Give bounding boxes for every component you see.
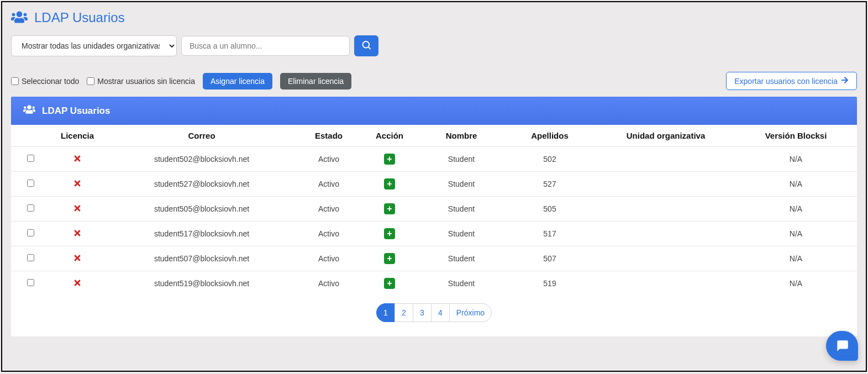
assign-license-button[interactable]: Asignar licencia <box>203 73 272 89</box>
th-unidad: Unidad organizativa <box>597 125 735 147</box>
estado-cell: Activo <box>298 172 359 197</box>
accion-cell: + <box>359 271 420 296</box>
estado-cell: Activo <box>298 197 359 222</box>
table-row: student527@blocksiovh.net Activo + Stude… <box>11 172 857 197</box>
remove-license-button[interactable]: Eliminar licencia <box>280 73 351 89</box>
add-action-button[interactable]: + <box>384 278 395 289</box>
add-action-button[interactable]: + <box>384 253 395 264</box>
apellidos-cell: 507 <box>503 246 597 271</box>
estado-cell: Activo <box>298 147 359 172</box>
email-cell: student527@blocksiovh.net <box>105 172 298 197</box>
email-cell: student519@blocksiovh.net <box>105 271 298 296</box>
page-item-3[interactable]: 3 <box>413 303 432 322</box>
users-icon <box>23 104 35 117</box>
page-item-2[interactable]: 2 <box>394 303 413 322</box>
chat-fab[interactable] <box>826 331 858 361</box>
show-unlicensed-checkbox[interactable] <box>87 77 94 85</box>
add-action-button[interactable]: + <box>384 203 395 214</box>
add-action-button[interactable]: + <box>384 154 395 165</box>
users-panel: LDAP Usuarios Licencia Correo Estado Acc… <box>11 97 857 336</box>
ou-cell <box>597 246 735 271</box>
row-check-cell <box>11 271 50 296</box>
apellidos-cell: 502 <box>503 147 597 172</box>
license-cell <box>50 172 105 197</box>
x-icon <box>73 254 82 264</box>
users-table: Licencia Correo Estado Acción Nombre Ape… <box>11 125 857 296</box>
th-correo: Correo <box>105 125 298 147</box>
version-cell: N/A <box>735 147 857 172</box>
th-estado: Estado <box>298 125 359 147</box>
search-input[interactable] <box>181 36 350 56</box>
search-button[interactable] <box>354 35 378 56</box>
export-label: Exportar usuarios con licencia <box>734 77 838 86</box>
chat-icon <box>835 338 849 354</box>
select-all-checkbox-wrap[interactable]: Seleccionar todo <box>11 77 79 86</box>
export-licensed-button[interactable]: Exportar usuarios con licencia <box>726 72 857 90</box>
page-item-1[interactable]: 1 <box>376 303 395 322</box>
accion-cell: + <box>359 222 420 246</box>
version-cell: N/A <box>735 172 857 197</box>
row-checkbox[interactable] <box>27 279 34 286</box>
version-cell: N/A <box>735 246 857 271</box>
th-version: Versión Blocksi <box>735 125 857 147</box>
apellidos-cell: 519 <box>503 271 597 296</box>
x-icon <box>73 204 82 214</box>
x-icon <box>73 278 82 289</box>
nombre-cell: Student <box>420 172 503 197</box>
page-item-4[interactable]: 4 <box>431 303 450 322</box>
apellidos-cell: 527 <box>503 172 597 197</box>
email-cell: student507@blocksiovh.net <box>105 246 298 271</box>
row-checkbox[interactable] <box>27 204 34 212</box>
select-all-checkbox[interactable] <box>11 77 19 85</box>
accion-cell: + <box>359 197 420 222</box>
accion-cell: + <box>359 246 420 271</box>
filter-row: Mostrar todas las unidades organizativas <box>6 35 862 72</box>
row-check-cell <box>11 147 50 172</box>
page-next[interactable]: Próximo <box>449 303 492 322</box>
license-cell <box>50 197 105 222</box>
table-row: student519@blocksiovh.net Activo + Stude… <box>11 271 857 296</box>
license-cell <box>50 147 105 172</box>
version-cell: N/A <box>735 271 857 296</box>
add-action-button[interactable]: + <box>384 228 395 239</box>
page-title-wrap: LDAP Usuarios <box>6 6 862 35</box>
table-row: student517@blocksiovh.net Activo + Stude… <box>11 222 857 246</box>
x-icon <box>73 229 82 239</box>
th-accion: Acción <box>359 125 420 147</box>
row-checkbox[interactable] <box>27 229 34 236</box>
ou-cell <box>597 172 735 197</box>
add-action-button[interactable]: + <box>384 178 395 189</box>
table-row: student507@blocksiovh.net Activo + Stude… <box>11 246 857 271</box>
th-licencia: Licencia <box>50 125 105 147</box>
nombre-cell: Student <box>420 222 503 246</box>
show-unlicensed-label: Mostrar usuarios sin licencia <box>97 77 195 86</box>
license-cell <box>50 246 105 271</box>
nombre-cell: Student <box>420 197 503 222</box>
version-cell: N/A <box>735 197 857 222</box>
row-checkbox[interactable] <box>27 180 34 187</box>
show-unlicensed-checkbox-wrap[interactable]: Mostrar usuarios sin licencia <box>87 77 195 86</box>
license-cell <box>50 222 105 246</box>
email-cell: student505@blocksiovh.net <box>105 197 298 222</box>
x-icon <box>73 179 82 189</box>
nombre-cell: Student <box>420 271 503 296</box>
panel-header: LDAP Usuarios <box>11 97 857 125</box>
select-all-label: Seleccionar todo <box>22 77 79 86</box>
row-checkbox[interactable] <box>27 254 34 261</box>
ou-cell <box>597 147 735 172</box>
nombre-cell: Student <box>420 246 503 271</box>
row-check-cell <box>11 222 50 246</box>
ou-select[interactable]: Mostrar todas las unidades organizativas <box>11 35 177 56</box>
th-apellidos: Apellidos <box>503 125 597 147</box>
nombre-cell: Student <box>420 147 503 172</box>
panel-title: LDAP Usuarios <box>42 106 110 117</box>
row-check-cell <box>11 246 50 271</box>
toolbar: Seleccionar todo Mostrar usuarios sin li… <box>6 72 862 97</box>
arrow-right-icon <box>841 76 849 86</box>
accion-cell: + <box>359 172 420 197</box>
table-row: student502@blocksiovh.net Activo + Stude… <box>11 147 857 172</box>
row-checkbox[interactable] <box>27 155 34 162</box>
estado-cell: Activo <box>298 246 359 271</box>
ou-cell <box>597 197 735 222</box>
page-title: LDAP Usuarios <box>34 10 125 25</box>
